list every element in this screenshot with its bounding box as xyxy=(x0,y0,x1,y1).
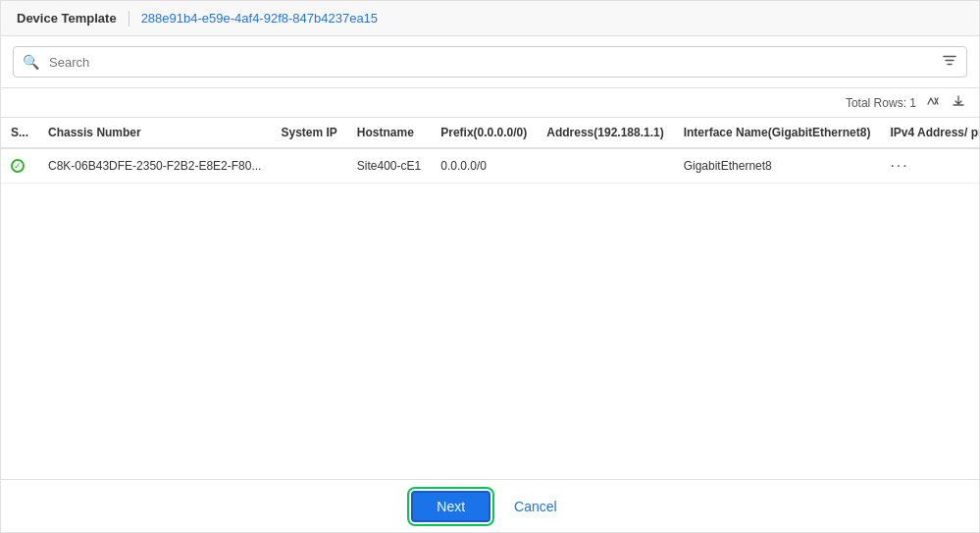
table-row: C8K-06B43DFE-2350-F2B2-E8E2-F80... Site4… xyxy=(1,148,979,184)
col-header-prefix: Prefix(0.0.0.0/0) xyxy=(431,118,537,149)
total-rows-label: Total Rows: 1 xyxy=(846,96,916,110)
row-actions-button[interactable]: ··· xyxy=(890,157,908,175)
cell-hostname: Site400-cE1 xyxy=(347,148,431,184)
download-button[interactable] xyxy=(950,92,967,113)
col-header-interface-name: Interface Name(GigabitEthernet8) xyxy=(674,118,881,149)
page-title: Device Template xyxy=(17,11,117,26)
footer: Next Cancel xyxy=(1,479,979,532)
cell-prefix: 0.0.0.0/0 xyxy=(431,148,537,184)
cell-ipv4: ··· xyxy=(880,148,979,184)
sort-button[interactable] xyxy=(924,92,942,113)
cancel-button[interactable]: Cancel xyxy=(502,493,569,520)
page-container: Device Template 288e91b4-e59e-4af4-92f8-… xyxy=(0,0,980,533)
status-ok-icon xyxy=(11,159,25,173)
cell-status xyxy=(1,148,38,184)
data-table: S... Chassis Number System IP Hostname P… xyxy=(1,117,979,184)
next-button[interactable]: Next xyxy=(411,491,490,522)
cell-chassis: C8K-06B43DFE-2350-F2B2-E8E2-F80... xyxy=(38,148,271,184)
search-input[interactable] xyxy=(13,46,967,78)
header-divider xyxy=(129,11,129,27)
table-area: Total Rows: 1 S... xyxy=(1,88,979,479)
col-header-address: Address(192.188.1.1) xyxy=(537,118,673,149)
cell-system-ip xyxy=(271,148,346,184)
header: Device Template 288e91b4-e59e-4af4-92f8-… xyxy=(1,1,979,36)
col-header-chassis: Chassis Number xyxy=(38,118,271,149)
total-rows-bar: Total Rows: 1 xyxy=(1,88,979,117)
search-bar-area: 🔍 xyxy=(1,36,979,88)
cell-interface-name: GigabitEthernet8 xyxy=(674,148,881,184)
col-header-system-ip: System IP xyxy=(271,118,346,149)
cell-address xyxy=(537,148,673,184)
col-header-status: S... xyxy=(1,118,38,149)
template-id-link[interactable]: 288e91b4-e59e-4af4-92f8-847b4237ea15 xyxy=(141,11,378,26)
col-header-ipv4: IPv4 Address/ prefix-k xyxy=(880,118,979,149)
search-icon: 🔍 xyxy=(23,54,39,70)
col-header-hostname: Hostname xyxy=(347,118,431,149)
filter-icon[interactable] xyxy=(942,53,957,72)
